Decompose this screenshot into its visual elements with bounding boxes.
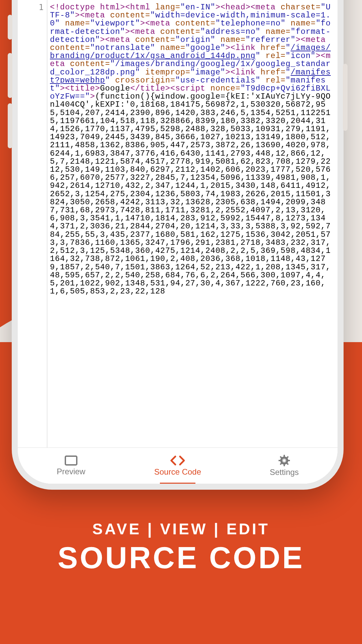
- code-editor[interactable]: 1 <!doctype html><html lang="en-IN"><hea…: [18, 0, 338, 447]
- gear-icon: [279, 455, 290, 466]
- nav-source-code[interactable]: Source Code: [124, 448, 231, 484]
- phone-button-volume-up: [8, 53, 12, 98]
- nav-source-label: Source Code: [154, 467, 201, 477]
- nav-settings-label: Settings: [270, 468, 299, 477]
- svg-point-11: [283, 459, 286, 462]
- tagline-small: SAVE | VIEW | EDIT: [0, 520, 362, 538]
- nav-preview-label: Preview: [57, 467, 85, 476]
- nav-active-underline: [160, 483, 195, 484]
- marketing-tagline: SAVE | VIEW | EDIT SOURCE CODE: [0, 520, 362, 575]
- phone-frame: 1 <!doctype html><html lang="en-IN"><hea…: [12, 0, 344, 490]
- nav-settings[interactable]: Settings: [231, 448, 338, 484]
- phone-screen: 1 <!doctype html><html lang="en-IN"><hea…: [18, 0, 338, 484]
- phone-button-volume-down: [8, 103, 12, 148]
- phone-button-mute: [8, 15, 12, 40]
- phone-button-power: [343, 64, 348, 131]
- line-number: 1: [18, 3, 47, 12]
- line-gutter: 1: [18, 0, 47, 447]
- nav-preview[interactable]: Preview: [18, 448, 124, 484]
- bottom-nav: Preview Source Code Settings: [18, 447, 338, 484]
- code-icon: [169, 455, 186, 466]
- source-code-text[interactable]: <!doctype html><html lang="en-IN"><head>…: [47, 0, 338, 447]
- tagline-big: SOURCE CODE: [0, 541, 362, 575]
- svg-rect-0: [65, 456, 77, 465]
- preview-icon: [65, 455, 77, 466]
